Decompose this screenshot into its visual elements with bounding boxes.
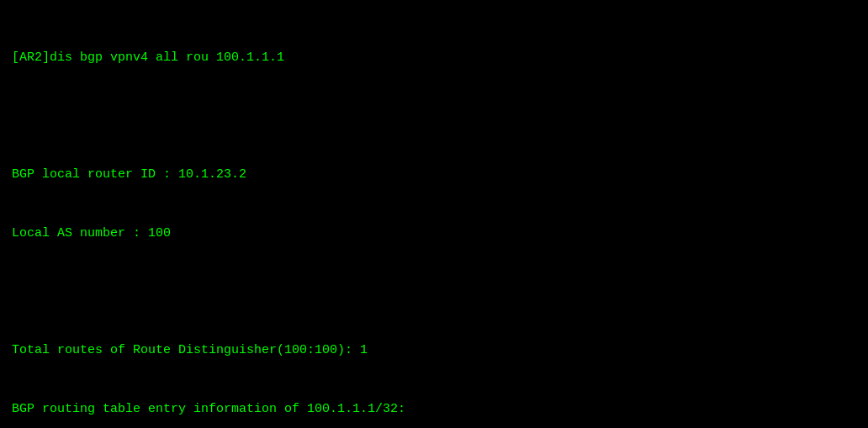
blank-line-2	[12, 283, 856, 302]
routing-table-line: BGP routing table entry information of 1…	[12, 399, 856, 419]
blank-line-1	[12, 106, 856, 125]
total-routes-line: Total routes of Route Distinguisher(100:…	[12, 341, 856, 360]
router-id-line: BGP local router ID : 10.1.23.2	[12, 165, 856, 184]
local-as-line: Local AS number : 100	[12, 224, 856, 243]
terminal-window: [AR2]dis bgp vpnv4 all rou 100.1.1.1 BGP…	[12, 8, 856, 428]
prompt-line: [AR2]dis bgp vpnv4 all rou 100.1.1.1	[12, 48, 856, 67]
